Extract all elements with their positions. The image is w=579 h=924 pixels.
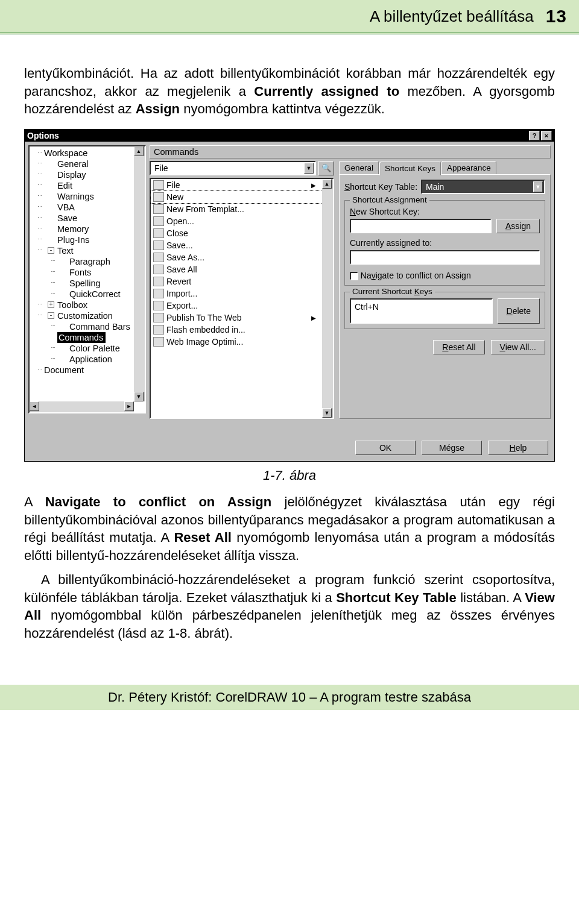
paragraph-2: A Navigate to conflict on Assign jelölőn… [24,493,555,565]
tree-item[interactable]: Customization- [31,310,144,321]
list-item[interactable]: Flash embedded in... [151,324,322,336]
submenu-arrow-icon: ▶ [311,315,320,321]
options-dialog: Options ? × WorkspaceGeneralDisplayEditW… [24,129,555,462]
file-icon [153,204,164,214]
list-item[interactable]: Close [151,227,322,239]
figure-caption: 1-7. ábra [24,468,555,483]
category-tree[interactable]: WorkspaceGeneralDisplayEditWarningsVBASa… [28,145,146,413]
ok-button[interactable]: OK [355,441,416,455]
scroll-up-icon[interactable]: ▲ [322,179,332,189]
shortcut-table-label: Shortcut Key Table: [344,182,417,192]
list-item[interactable]: New [151,191,322,203]
chevron-down-icon[interactable]: ▼ [304,163,314,174]
tree-item[interactable]: Display [31,169,144,180]
currently-assigned-label: Currently assigned to: [350,238,540,248]
new-shortcut-label: New Shortcut Key: [350,207,540,216]
command-list[interactable]: File▶NewNew From Templat...Open...CloseS… [150,178,334,419]
chevron-down-icon[interactable]: ▼ [533,181,543,192]
dialog-footer: OK Mégse Help [25,423,554,461]
tree-item[interactable]: Plug-Ins [31,234,144,245]
tab-strip: General Shortcut Keys Appearance [339,161,551,175]
current-keys-list[interactable]: Ctrl+N [350,298,493,324]
assign-button[interactable]: Assign [496,219,540,233]
expand-icon[interactable]: + [48,301,54,308]
tree-item[interactable]: Color Palette [31,343,144,354]
list-item[interactable]: Publish To The Web▶ [151,312,322,324]
list-item[interactable]: Open... [151,215,322,227]
list-item[interactable]: Save As... [151,251,322,263]
list-item[interactable]: Revert [151,275,322,288]
panel-title: Commands [150,145,551,159]
list-item[interactable]: File▶ [151,179,322,191]
tree-item[interactable]: VBA [31,202,144,213]
tree-item[interactable]: Text- [31,245,144,256]
list-item[interactable]: Save All [151,263,322,275]
file-icon [153,216,164,226]
help-icon[interactable]: ? [529,131,540,140]
tree-item[interactable]: Save [31,213,144,224]
tree-item[interactable]: Commands [57,332,106,343]
tree-item[interactable]: Warnings [31,191,144,202]
tree-item[interactable]: Toolbox+ [31,300,144,310]
list-item[interactable]: Web Image Optimi... [151,336,322,348]
tab-shortcut-keys[interactable]: Shortcut Keys [379,162,441,175]
file-icon [153,253,164,262]
list-item[interactable]: Export... [151,300,322,312]
paragraph-1: lentyűkombinációt. Ha az adott billentyű… [24,64,555,118]
dialog-title: Options [27,131,59,140]
tree-item[interactable]: Spelling [31,278,144,289]
file-icon [153,301,164,310]
tree-item[interactable]: General [31,159,144,169]
scroll-up-icon[interactable]: ▲ [134,146,144,156]
scroll-left-icon[interactable]: ◄ [30,401,39,411]
tree-item[interactable]: Edit [31,180,144,191]
list-item[interactable]: New From Templat... [151,203,322,215]
cancel-button[interactable]: Mégse [422,441,482,455]
collapse-icon[interactable]: - [48,247,54,254]
file-icon [153,337,164,347]
tab-appearance[interactable]: Appearance [441,161,496,175]
tree-item[interactable]: Document [31,365,144,376]
delete-button[interactable]: Delete [498,298,540,324]
scrollbar-vertical[interactable]: ▲ ▼ [322,179,333,418]
tree-item[interactable]: Workspace [31,148,144,159]
scrollbar-horizontal[interactable]: ◄ ► [30,401,134,412]
navigate-conflict-label: Navigate to conflict on Assign [361,271,471,280]
category-combo[interactable]: File ▼ [150,161,316,175]
page-number: 13 [546,6,567,27]
view-all-button[interactable]: View All... [491,340,545,354]
shortcut-table-combo[interactable]: Main ▼ [421,180,545,194]
new-shortcut-input[interactable] [350,219,492,233]
scroll-right-icon[interactable]: ► [124,401,134,411]
tree-item[interactable]: Fonts [31,267,144,278]
page-footer: Dr. Pétery Kristóf: CorelDRAW 10 – A pro… [0,685,579,710]
file-icon [153,265,164,274]
file-icon [153,180,164,190]
tree-item[interactable]: QuickCorrect [31,289,144,300]
navigate-conflict-checkbox[interactable] [350,272,358,280]
shortcut-assignment-group: Shortcut Assignment New Shortcut Key: As… [344,200,545,286]
tree-item[interactable]: Paragraph [31,256,144,267]
list-item[interactable]: Save... [151,239,322,251]
currently-assigned-field [350,250,540,265]
tab-general[interactable]: General [339,161,379,175]
tree-item[interactable]: Memory [31,224,144,234]
paragraph-3: A billentyűkombináció-hozzárendeléseket … [24,571,555,643]
file-icon [153,192,164,202]
scroll-down-icon[interactable]: ▼ [322,408,332,418]
tree-item[interactable]: Application [31,354,144,365]
file-icon [153,228,164,238]
submenu-arrow-icon: ▶ [311,182,320,189]
close-icon[interactable]: × [541,131,552,140]
collapse-icon[interactable]: - [48,312,54,319]
list-item[interactable]: Import... [151,288,322,300]
tree-item[interactable]: Command Bars [31,321,144,332]
scroll-down-icon[interactable]: ▼ [134,392,144,401]
file-icon [153,277,164,286]
current-shortcut-keys-group: Current Shortcut Keys Ctrl+N Delete [344,292,545,329]
reset-all-button[interactable]: Reset All [433,340,484,354]
dialog-titlebar: Options ? × [25,130,554,142]
help-button[interactable]: Help [488,441,548,455]
scrollbar-vertical[interactable]: ▲ ▼ [134,146,145,401]
search-icon[interactable]: 🔍 [318,161,334,175]
